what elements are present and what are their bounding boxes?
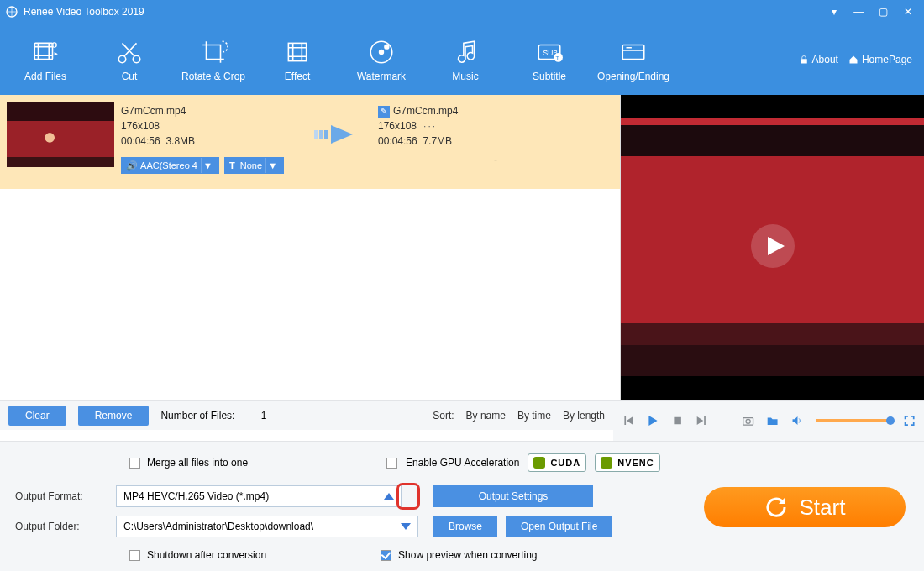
sort-label: Sort: bbox=[433, 410, 454, 422]
merge-checkbox[interactable] bbox=[129, 458, 140, 469]
browse-button[interactable]: Browse bbox=[433, 516, 497, 537]
titlebar: Renee Video Toolbox 2019 ▾ — ▢ ✕ bbox=[0, 0, 924, 24]
svg-point-21 bbox=[746, 419, 750, 423]
nvenc-badge: NVENC bbox=[595, 453, 660, 472]
src-dimensions: 176x108 bbox=[121, 118, 297, 134]
subtitle-button[interactable]: SUBT Subtitle bbox=[507, 37, 591, 82]
fullscreen-icon[interactable] bbox=[903, 413, 916, 428]
watermark-button[interactable]: Watermark bbox=[339, 37, 423, 82]
speaker-icon: 🔊 bbox=[126, 158, 138, 173]
play-icon bbox=[749, 223, 796, 270]
rotate-crop-button[interactable]: Rotate & Crop bbox=[171, 37, 255, 82]
show-preview-label: Show preview when converting bbox=[398, 549, 537, 561]
app-logo-icon bbox=[5, 5, 18, 18]
music-note-icon bbox=[451, 38, 480, 66]
merge-label: Merge all files into one bbox=[147, 457, 248, 469]
about-link[interactable]: About bbox=[799, 54, 838, 65]
minimize-button[interactable]: — bbox=[848, 6, 869, 18]
sort-by-length[interactable]: By length bbox=[563, 410, 605, 422]
filelist-controls: Clear Remove Number of Files: 1 Sort: By… bbox=[0, 400, 613, 430]
svg-rect-19 bbox=[674, 417, 680, 424]
app-title: Renee Video Toolbox 2019 bbox=[24, 6, 144, 18]
volume-icon[interactable] bbox=[790, 413, 803, 428]
shutdown-label: Shutdown after conversion bbox=[147, 549, 266, 561]
src-size: 3.8MB bbox=[165, 135, 195, 147]
output-settings-button[interactable]: Output Settings bbox=[433, 485, 593, 507]
destination-info: ✎G7mCcm.mp4 176x108··· 00:04:56 7.7MB - bbox=[378, 102, 613, 167]
add-files-button[interactable]: Add Files bbox=[3, 37, 87, 82]
tool-label: Rotate & Crop bbox=[181, 71, 245, 82]
tool-label: Add Files bbox=[24, 71, 66, 82]
dst-duration: 00:04:56 bbox=[378, 135, 417, 147]
settings-dropdown-icon[interactable]: ▾ bbox=[823, 6, 845, 18]
sort-by-name[interactable]: By name bbox=[466, 410, 506, 422]
more-icon[interactable]: ··· bbox=[423, 120, 437, 132]
format-label: Output Format: bbox=[15, 490, 109, 502]
stop-icon[interactable] bbox=[671, 413, 684, 428]
card-icon bbox=[619, 38, 648, 66]
tool-label: Cut bbox=[122, 71, 138, 82]
svg-rect-1 bbox=[34, 43, 52, 59]
scissors-icon bbox=[115, 38, 144, 66]
gpu-label: Enable GPU Acceleration bbox=[406, 457, 519, 469]
shutdown-checkbox[interactable] bbox=[129, 550, 140, 561]
tool-label: Opening/Ending bbox=[597, 71, 669, 82]
svg-rect-13 bbox=[622, 45, 644, 59]
subtitle-icon: SUBT bbox=[535, 38, 564, 66]
src-duration: 00:04:56 bbox=[121, 135, 160, 147]
prev-icon[interactable] bbox=[622, 413, 634, 428]
svg-point-8 bbox=[384, 44, 389, 49]
file-list: G7mCcm.mp4 176x108 00:04:56 3.8MB 🔊 AAC(… bbox=[0, 95, 621, 400]
folder-input[interactable]: C:\Users\Administrator\Desktop\download\ bbox=[116, 516, 418, 537]
maximize-button[interactable]: ▢ bbox=[873, 6, 895, 18]
text-track-dropdown[interactable]: T None▼ bbox=[224, 157, 284, 174]
audio-codec-dropdown[interactable]: 🔊 AAC(Stereo 4▼ bbox=[121, 157, 219, 174]
refresh-icon bbox=[764, 495, 788, 519]
gpu-checkbox[interactable] bbox=[386, 458, 397, 469]
folder-label: Output Folder: bbox=[15, 521, 109, 532]
tool-label: Effect bbox=[285, 71, 310, 82]
remove-button[interactable]: Remove bbox=[78, 406, 150, 426]
play-overlay[interactable] bbox=[749, 223, 796, 273]
start-button[interactable]: Start bbox=[704, 487, 906, 527]
show-preview-checkbox[interactable] bbox=[381, 550, 391, 561]
close-button[interactable]: ✕ bbox=[897, 6, 919, 18]
sort-by-time[interactable]: By time bbox=[517, 410, 551, 422]
thumbnail bbox=[7, 102, 114, 167]
effect-button[interactable]: Effect bbox=[255, 37, 339, 82]
dst-filename: G7mCcm.mp4 bbox=[393, 105, 458, 117]
dst-size: 7.7MB bbox=[423, 135, 452, 147]
music-button[interactable]: Music bbox=[423, 37, 507, 82]
dst-dimensions: 176x108 bbox=[378, 120, 417, 132]
film-add-icon bbox=[31, 38, 60, 66]
preview-panel bbox=[621, 95, 924, 400]
chevron-down-icon bbox=[401, 523, 411, 530]
dst-placeholder: - bbox=[378, 152, 613, 167]
film-effect-icon bbox=[283, 38, 312, 66]
edit-icon[interactable]: ✎ bbox=[378, 106, 390, 118]
homepage-link[interactable]: HomePage bbox=[848, 54, 912, 65]
open-folder-icon[interactable] bbox=[766, 413, 779, 428]
convert-arrow bbox=[304, 102, 371, 167]
watermark-icon bbox=[367, 38, 396, 66]
svg-rect-17 bbox=[324, 130, 328, 139]
settings-panel: Merge all files into one Enable GPU Acce… bbox=[0, 441, 924, 571]
play-button-icon[interactable] bbox=[646, 413, 659, 428]
next-icon[interactable] bbox=[696, 413, 708, 428]
cut-button[interactable]: Cut bbox=[87, 37, 171, 82]
video-preview[interactable] bbox=[621, 95, 924, 400]
volume-slider[interactable] bbox=[816, 419, 891, 422]
open-output-button[interactable]: Open Output File bbox=[506, 516, 612, 537]
file-row[interactable]: G7mCcm.mp4 176x108 00:04:56 3.8MB 🔊 AAC(… bbox=[0, 95, 620, 189]
preview-controls bbox=[613, 400, 924, 441]
crop-rotate-icon bbox=[199, 38, 228, 66]
home-icon bbox=[848, 55, 858, 65]
tool-label: Watermark bbox=[357, 71, 406, 82]
snapshot-icon[interactable] bbox=[742, 413, 754, 428]
opening-ending-button[interactable]: Opening/Ending bbox=[591, 37, 675, 82]
format-select[interactable]: MP4 HEVC/H.265 Video (*.mp4) bbox=[116, 485, 402, 507]
folder-value: C:\Users\Administrator\Desktop\download\ bbox=[123, 521, 313, 532]
main-area: G7mCcm.mp4 176x108 00:04:56 3.8MB 🔊 AAC(… bbox=[0, 95, 924, 400]
lock-icon bbox=[799, 55, 809, 65]
clear-button[interactable]: Clear bbox=[8, 406, 66, 426]
